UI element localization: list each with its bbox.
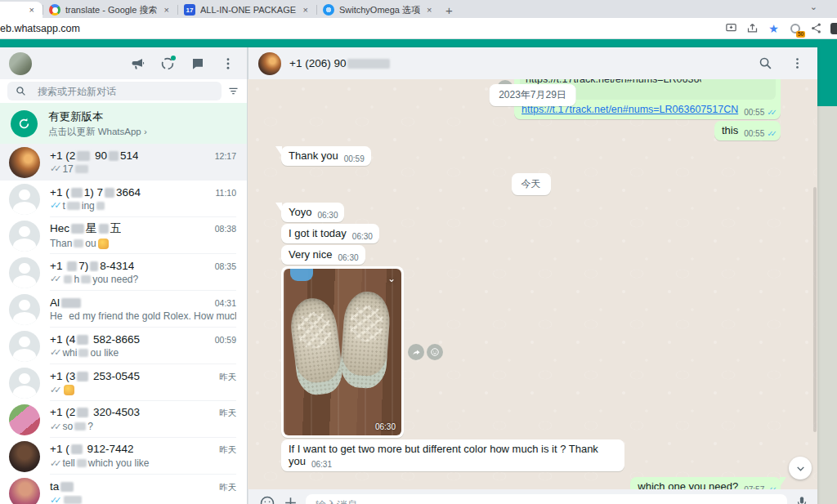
chat-list-item[interactable]: +1 7)8-431408:35✓✓h you need? — [0, 254, 247, 291]
message-bubble[interactable]: I got it today06:30 — [281, 224, 379, 243]
browser-tab[interactable]: translate - Google 搜索× — [43, 2, 177, 18]
share-network-icon[interactable] — [809, 21, 823, 35]
text-fragment: whi — [62, 347, 77, 359]
text-fragment: Than — [50, 238, 72, 249]
search-pill[interactable] — [7, 82, 222, 100]
chat-list-item[interactable]: Hec星五08:38Thanou — [0, 217, 247, 254]
proxy-icon[interactable]: 50 — [788, 21, 802, 35]
incoming-message: Thank you00:59 — [281, 146, 781, 166]
update-banner[interactable]: 有更新版本 点击以更新 WhatsApp › — [0, 103, 247, 144]
mic-icon[interactable] — [794, 495, 809, 504]
search-bar — [0, 79, 247, 103]
redacted-text — [74, 239, 83, 248]
message-bubble[interactable]: Thank you00:59 — [281, 146, 371, 166]
chat-list-item[interactable]: +1 (2 320-4503昨天✓✓so? — [0, 401, 247, 438]
message-bubble[interactable]: Very nice06:30 — [281, 245, 365, 265]
message-menu-chevron-icon[interactable]: ⌄ — [387, 273, 396, 284]
read-ticks-icon: ✓✓ — [767, 129, 774, 138]
chat-time: 04:31 — [210, 298, 236, 308]
browser-tab[interactable]: × — [0, 2, 43, 18]
sneakers-photo[interactable]: ⌄06:30 — [284, 269, 401, 435]
chat-time: 昨天 — [214, 408, 236, 419]
left-sneaker — [288, 296, 345, 397]
message-ticks-icon: ✓✓ — [50, 458, 58, 469]
message-bubble[interactable]: this00:55✓✓ — [714, 121, 781, 140]
text-fragment: 253-0545 — [90, 370, 140, 382]
new-chat-icon[interactable] — [190, 56, 205, 71]
profile-avatar[interactable] — [9, 52, 32, 75]
tab-strip-chevron-down-icon[interactable]: ⌄ — [810, 2, 817, 12]
download-icon[interactable] — [724, 21, 738, 35]
outgoing-message: which one you need?07:57✓✓ — [281, 477, 781, 489]
message-bubble[interactable]: If I want to get two more but different … — [281, 439, 624, 471]
tab-close-icon[interactable]: × — [28, 5, 36, 15]
search-in-chat-icon[interactable] — [759, 56, 772, 70]
text-fragment: you need? — [92, 274, 138, 285]
text-fragment: +1 — [50, 260, 65, 272]
chat-preview: ✓✓ — [50, 385, 236, 395]
chat-name: Al — [50, 297, 83, 309]
react-emoji-icon[interactable] — [427, 344, 443, 360]
chat-list-item[interactable]: +1 (4 582-866500:59✓✓whiou like — [0, 328, 247, 364]
address-bar-url[interactable]: eb.whatsapp.com — [0, 23, 80, 34]
read-ticks-icon: ✓✓ — [767, 485, 774, 489]
channels-icon[interactable] — [130, 56, 145, 71]
image-message-bubble[interactable]: ⌄06:30 — [281, 266, 404, 438]
message-text: which one you need? — [638, 480, 738, 489]
chat-row-content: Al04:31He ed my friend the gold Rolex. H… — [50, 291, 236, 328]
chat-time: 昨天 — [214, 444, 236, 456]
date-header-pill: 2023年7月29日 — [489, 84, 576, 106]
search-input[interactable] — [38, 86, 213, 97]
browser-tab[interactable]: SwitchyOmega 选项× — [316, 2, 440, 18]
conversation-header[interactable]: +1 (206) 90 — [248, 47, 817, 79]
message-ticks-icon: ✓✓ — [50, 495, 58, 504]
redacted-text — [77, 372, 88, 381]
message-meta: 00:55✓✓ — [744, 129, 774, 138]
message-bubble[interactable]: which one you need?07:57✓✓ — [630, 477, 781, 489]
message-ticks-icon: ✓✓ — [50, 163, 58, 174]
status-icon[interactable] — [160, 56, 175, 71]
message-text: this — [722, 124, 738, 136]
menu-icon[interactable] — [221, 56, 235, 71]
tab-close-icon[interactable]: × — [163, 5, 171, 15]
message-input-field[interactable] — [306, 494, 787, 504]
scroll-to-bottom-button[interactable] — [789, 457, 812, 479]
forward-message-icon[interactable] — [408, 344, 424, 360]
message-ticks-icon: ✓✓ — [50, 200, 58, 211]
browser-tab[interactable]: 17ALL-IN-ONE PACKAGE TRACKI× — [177, 2, 316, 18]
chat-preview: He ed my friend the gold Rolex. How much… — [50, 310, 236, 322]
text-fragment: so — [62, 421, 73, 432]
chat-list-item[interactable]: +1 ( 912-7442昨天✓✓tell which you like — [0, 438, 247, 475]
tab-close-icon[interactable]: × — [302, 5, 310, 15]
message-time: 00:59 — [344, 154, 365, 163]
message-bubble[interactable]: Yoyo06:30 — [281, 203, 344, 222]
bookmark-star-icon[interactable]: ★ — [767, 21, 781, 35]
redacted-text — [105, 188, 114, 198]
text-fragment: Al — [50, 297, 60, 309]
chat-list-item[interactable]: +1 (1) 7366411:10✓✓ting — [0, 181, 247, 217]
chat-menu-icon[interactable] — [790, 56, 804, 70]
tab-close-icon[interactable]: × — [425, 5, 433, 15]
contact-name[interactable]: +1 (206) 90 — [289, 57, 392, 69]
chat-list-item[interactable]: +1 (3 253-0545昨天✓✓ — [0, 364, 247, 401]
attach-plus-icon[interactable] — [283, 495, 298, 504]
chat-preview: ✓✓ting — [50, 200, 236, 212]
emoji-icon[interactable] — [259, 495, 275, 504]
composer-bar — [248, 489, 817, 504]
filter-icon[interactable] — [227, 85, 239, 97]
redacted-text — [99, 224, 109, 234]
message-meta: 00:59 — [344, 154, 365, 163]
redacted-text — [77, 459, 87, 467]
message-time: 00:55 — [744, 129, 764, 138]
message-input[interactable] — [316, 499, 777, 504]
messages-scrollbar[interactable] — [813, 187, 817, 432]
chat-row-content: +1 ( 912-7442昨天✓✓tell which you like — [50, 438, 236, 475]
chat-list-item[interactable]: ta昨天✓✓ — [0, 475, 247, 504]
chat-list-item[interactable]: +1 (2 9051412:17✓✓17 — [0, 144, 247, 181]
extensions-icon[interactable] — [830, 23, 837, 34]
new-tab-button[interactable]: + — [440, 2, 458, 18]
share-icon[interactable] — [745, 21, 759, 35]
chat-list-item[interactable]: Al04:31He ed my friend the gold Rolex. H… — [0, 291, 247, 328]
redacted-text — [71, 188, 83, 198]
contact-avatar[interactable] — [258, 52, 281, 75]
